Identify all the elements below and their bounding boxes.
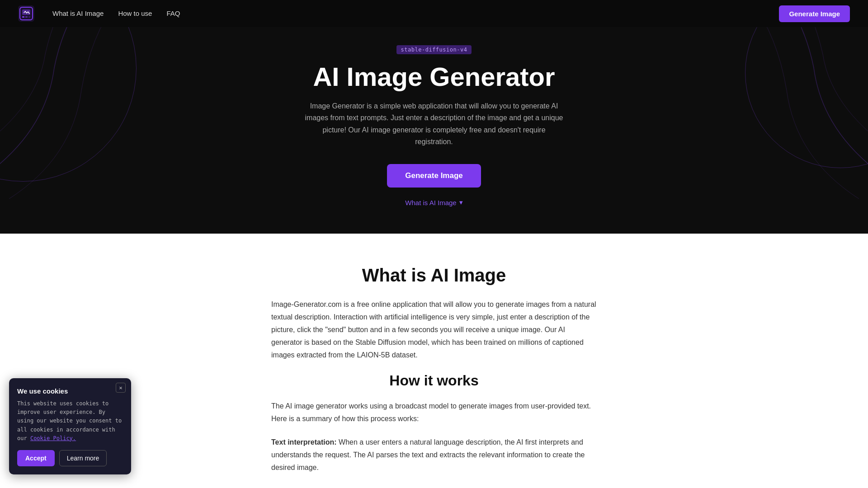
nav-links: What is AI Image How to use FAQ	[52, 9, 779, 18]
how-it-works-intro: The AI image generator works using a bro…	[271, 400, 597, 425]
cookie-text: This website uses cookies to improve use…	[17, 399, 123, 443]
nav-logo[interactable]	[18, 5, 34, 22]
hero-expand-link[interactable]: What is AI Image ▾	[405, 198, 462, 206]
svg-rect-3	[22, 16, 24, 18]
svg-rect-4	[25, 16, 28, 18]
hero-generate-button[interactable]: Generate Image	[387, 164, 481, 188]
how-it-works-title: How it works	[271, 372, 597, 389]
nav-item-what-is[interactable]: What is AI Image	[52, 9, 104, 18]
cookie-close-button[interactable]: ×	[116, 383, 126, 393]
cookie-accept-button[interactable]: Accept	[17, 450, 55, 466]
hero-section: stable-diffusion-v4 AI Image Generator I…	[0, 0, 868, 234]
text-interpretation-label: Text interpretation:	[271, 438, 337, 446]
what-is-title: What is AI Image	[271, 265, 597, 286]
text-interpretation: Text interpretation: When a user enters …	[271, 436, 597, 474]
cookie-policy-link[interactable]: Cookie Policy.	[30, 435, 76, 441]
hero-expand-label: What is AI Image	[405, 199, 456, 206]
model-badge: stable-diffusion-v4	[396, 45, 472, 54]
cookie-actions: Accept Learn more	[17, 450, 123, 466]
hero-decor-right	[696, 0, 868, 199]
nav-link-how-to-use[interactable]: How to use	[118, 9, 152, 17]
cookie-title: We use cookies	[17, 387, 123, 395]
cookie-banner: × We use cookies This website uses cooki…	[9, 378, 131, 474]
navbar: What is AI Image How to use FAQ Generate…	[0, 0, 868, 27]
hero-decor-left	[0, 0, 172, 199]
nav-generate-button[interactable]: Generate Image	[779, 5, 850, 22]
chevron-down-icon: ▾	[459, 198, 463, 206]
nav-item-faq[interactable]: FAQ	[166, 9, 180, 18]
hero-title: AI Image Generator	[313, 62, 555, 91]
what-is-ai-image-section: What is AI Image Image-Generator.com is …	[271, 265, 597, 474]
nav-link-faq[interactable]: FAQ	[166, 9, 180, 17]
nav-item-how-to-use[interactable]: How to use	[118, 9, 152, 18]
svg-rect-5	[28, 16, 30, 18]
cookie-learn-more-button[interactable]: Learn more	[59, 450, 107, 466]
nav-link-what-is[interactable]: What is AI Image	[52, 9, 104, 17]
hero-description: Image Generator is a simple web applicat…	[303, 100, 565, 148]
what-is-body: Image-Generator.com is a free online app…	[271, 298, 597, 361]
